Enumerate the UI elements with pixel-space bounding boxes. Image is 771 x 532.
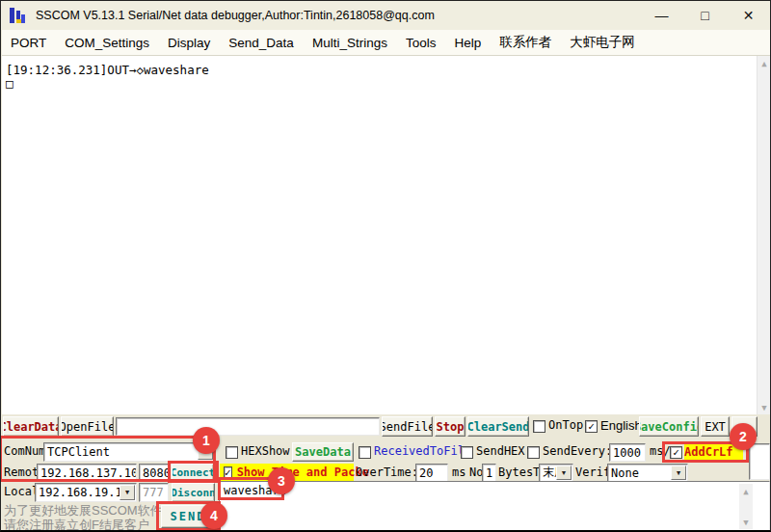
menu-send-data[interactable]: Send_Data [228, 36, 294, 50]
clear-send-button[interactable]: ClearSend [467, 416, 529, 437]
comnum-select[interactable]: TCPClient ▼ [43, 442, 215, 462]
menu-help[interactable]: Help [454, 36, 481, 50]
menu-port[interactable]: PORT [11, 36, 46, 50]
received-to-file-checkbox[interactable] [359, 446, 371, 459]
remote-port-input[interactable]: 8080 [139, 464, 169, 482]
status-line-2: 请您注册嘉立创F结尾客户 [4, 517, 149, 532]
clear-data-button[interactable]: ClearData [3, 416, 59, 437]
close-button[interactable]: ✕ [727, 1, 770, 30]
chevron-down-icon[interactable]: ▼ [198, 444, 213, 460]
app-logo-icon [8, 6, 27, 25]
menu-daxia-site[interactable]: 大虾电子网 [570, 34, 635, 51]
local-port-input[interactable]: 777 [139, 483, 169, 502]
send-every-interval-input[interactable]: 1000 [609, 443, 646, 462]
connect-button[interactable]: Connect [172, 464, 214, 482]
save-data-button[interactable]: SaveData [292, 442, 354, 462]
send-button[interactable]: SEND [161, 505, 215, 528]
scroll-down-icon[interactable]: ▼ [758, 400, 771, 414]
english-checkbox[interactable] [585, 420, 598, 433]
terminal-scrollbar[interactable]: ▲ ▼ [757, 56, 770, 414]
english-label: English [600, 418, 642, 433]
on-top-label: OnTop [548, 418, 583, 432]
send-text-area[interactable]: waveshare ▲ ▼ [219, 481, 770, 532]
send-every-checkbox[interactable] [527, 446, 540, 459]
remote-ip-input[interactable]: 192.168.137.105 [37, 464, 137, 482]
title-bar: SSCOM V5.13.1 Serial/Net data debugger,A… [1, 1, 770, 30]
overtime-unit-label: ms [452, 466, 465, 479]
overtime-label: OverTime: [356, 466, 418, 479]
file-path-input[interactable] [116, 417, 380, 436]
send-hex-label: SendHEX [476, 444, 525, 458]
show-time-label: Show Time and Packe [237, 466, 369, 479]
menu-contact-author[interactable]: 联系作者 [499, 34, 551, 51]
send-every-unit-label: ms/Tim [650, 444, 670, 458]
add-crlf-label: AddCrLf [684, 444, 743, 460]
scroll-down-icon[interactable]: ▼ [739, 515, 753, 529]
send-area-scrollbar[interactable]: ▲ ▼ [739, 484, 753, 529]
scroll-up-icon[interactable]: ▲ [758, 56, 771, 70]
window-title: SSCOM V5.13.1 Serial/Net data debugger,A… [36, 9, 435, 22]
received-to-file-label: ReceivedToFile [374, 444, 471, 458]
send-file-button[interactable]: SendFile [382, 416, 433, 437]
chevron-down-icon[interactable]: ▼ [671, 466, 686, 480]
app-window: SSCOM V5.13.1 Serial/Net data debugger,A… [0, 0, 771, 532]
verify-value: None [611, 466, 639, 480]
local-label: Local [4, 485, 39, 498]
terminal-log-line: [19:12:36.231]OUT→◇waveshare [6, 63, 209, 77]
save-config-button[interactable]: SaveConfig [639, 416, 699, 437]
hex-show-checkbox[interactable] [226, 446, 238, 459]
send-hex-checkbox[interactable] [461, 446, 473, 459]
maximize-button[interactable]: □ [683, 1, 727, 30]
collapse-panel-button[interactable]: — [731, 416, 758, 437]
menu-bar: PORT COM_Settings Display Send_Data Mult… [2, 30, 770, 56]
hex-show-label: HEXShow [241, 444, 290, 458]
bytes-to-select[interactable]: 末尾 ▼ [539, 464, 573, 482]
menu-tools[interactable]: Tools [406, 36, 437, 50]
received-data-area[interactable]: [19:12:36.231]OUT→◇waveshare □ ▲ ▼ [2, 56, 770, 414]
add-crlf-checkbox[interactable] [670, 446, 682, 459]
menu-com-settings[interactable]: COM_Settings [65, 36, 149, 50]
verify-select[interactable]: None ▼ [607, 464, 688, 482]
overtime-input[interactable]: 20 [415, 464, 448, 482]
chevron-down-icon[interactable]: ▼ [120, 485, 135, 500]
show-time-option: Show Time and Packe [220, 464, 354, 481]
send-every-label: SendEvery: [543, 444, 612, 458]
byte-count-input[interactable]: 1 [482, 464, 496, 482]
terminal-cursor-glyph: □ [6, 76, 13, 91]
chevron-down-icon[interactable]: ▼ [556, 466, 572, 480]
minimize-button[interactable]: — [640, 1, 683, 30]
stop-button[interactable]: Stop [435, 416, 465, 437]
disconnect-button[interactable]: Disconn [172, 483, 215, 502]
ext-button[interactable]: EXT [701, 416, 730, 437]
menu-display[interactable]: Display [168, 36, 210, 50]
menu-multi-strings[interactable]: Multi_Strings [312, 36, 387, 50]
send-text-value: waveshare [224, 484, 286, 497]
remote-label: Remot [4, 466, 39, 479]
comnum-value: TCPClient [47, 445, 110, 459]
local-ip-value: 192.168.19.1 [39, 486, 122, 499]
show-time-checkbox[interactable] [224, 466, 232, 479]
local-ip-select[interactable]: 192.168.19.1 ▼ [35, 483, 137, 502]
control-panel: ClearData OpenFile SendFile Stop ClearSe… [1, 414, 771, 532]
comnum-label: ComNum [4, 444, 45, 458]
open-file-button[interactable]: OpenFile [61, 416, 114, 437]
on-top-checkbox[interactable] [533, 420, 545, 433]
scroll-up-icon[interactable]: ▲ [739, 484, 753, 498]
side-spacer-box [749, 443, 770, 480]
